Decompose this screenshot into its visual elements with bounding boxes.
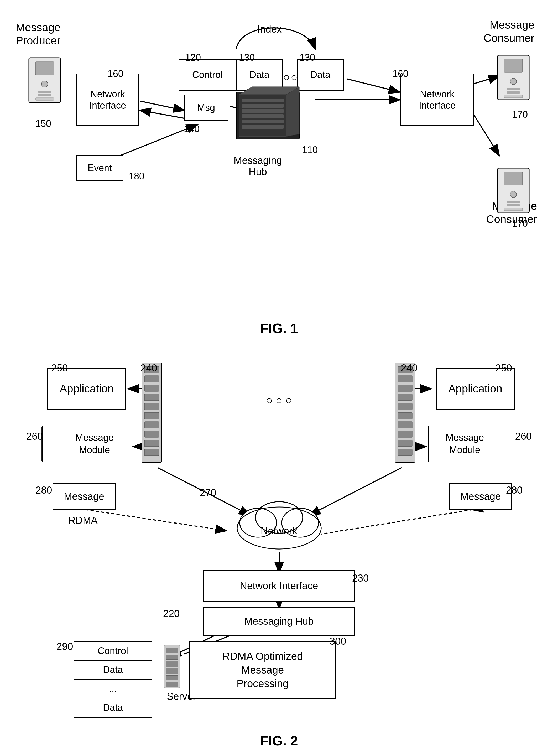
svg-rect-14 bbox=[38, 91, 51, 93]
server-tower-left-240 bbox=[139, 362, 166, 469]
svg-rect-15 bbox=[38, 94, 51, 96]
svg-rect-86 bbox=[166, 648, 178, 653]
msg-module-left-text: Message Module bbox=[75, 432, 114, 456]
svg-rect-22 bbox=[242, 114, 284, 118]
messaging-hub-fig2: Messaging Hub bbox=[203, 607, 355, 636]
msg-module-left: Message Module bbox=[42, 426, 131, 462]
svg-rect-62 bbox=[145, 431, 159, 437]
data-table-control-row: Control bbox=[74, 642, 152, 661]
msg-producer-text: Message Producer bbox=[16, 21, 60, 48]
app-box-left: Application bbox=[47, 368, 126, 410]
server-tower-210 bbox=[163, 645, 184, 692]
svg-rect-16 bbox=[35, 98, 54, 100]
label-140: 140 bbox=[184, 123, 200, 134]
label-250-right: 250 bbox=[496, 362, 512, 374]
rdma-label: RDMA bbox=[68, 515, 98, 526]
index-label: Index bbox=[257, 24, 282, 35]
server-tower-right-240 bbox=[392, 362, 419, 469]
network-label: Network bbox=[261, 525, 297, 537]
svg-line-47 bbox=[85, 510, 226, 531]
network-cloud bbox=[232, 494, 326, 553]
svg-point-35 bbox=[510, 191, 516, 198]
diagram-container: Message Producer 150 Network Interface 1… bbox=[0, 0, 558, 756]
svg-rect-63 bbox=[145, 440, 159, 447]
fig1-title: FIG. 1 bbox=[260, 321, 298, 336]
hub-device bbox=[228, 79, 312, 152]
fig2-area: Application 250 Application 250 bbox=[0, 352, 558, 754]
data-text-2: Data bbox=[310, 69, 330, 80]
svg-rect-20 bbox=[242, 104, 284, 108]
message-left-text: Message bbox=[64, 491, 104, 502]
svg-rect-67 bbox=[398, 376, 412, 382]
svg-rect-23 bbox=[242, 120, 284, 123]
label-260-right: 260 bbox=[515, 431, 532, 442]
svg-line-4 bbox=[347, 79, 399, 92]
ni-box-fig2: Network Interface bbox=[203, 570, 355, 602]
ni-fig2-text: Network Interface bbox=[240, 580, 318, 591]
svg-rect-70 bbox=[398, 403, 412, 410]
svg-rect-91 bbox=[166, 682, 178, 687]
label-170-top: 170 bbox=[512, 109, 528, 120]
svg-rect-21 bbox=[242, 109, 284, 113]
label-120: 120 bbox=[185, 52, 201, 63]
svg-line-6 bbox=[473, 113, 499, 155]
svg-rect-34 bbox=[504, 172, 523, 185]
message-box-right: Message bbox=[449, 483, 512, 510]
label-220: 220 bbox=[163, 608, 180, 620]
data-table-fig2: Control Data ... Data bbox=[74, 641, 152, 717]
ni-left-text: Network Interface bbox=[89, 89, 126, 111]
data-table-dots-row: ... bbox=[74, 680, 152, 699]
label-280-left: 280 bbox=[35, 485, 52, 496]
ni-right-text: Network Interface bbox=[419, 89, 456, 111]
hub-label: Messaging Hub bbox=[234, 155, 282, 178]
ni-box-left: Network Interface bbox=[76, 74, 139, 126]
svg-rect-90 bbox=[166, 675, 178, 680]
svg-rect-60 bbox=[145, 412, 159, 419]
ni-box-right: Network Interface bbox=[401, 74, 474, 126]
label-110: 110 bbox=[302, 145, 318, 155]
svg-point-29 bbox=[510, 78, 516, 84]
label-260-left: 260 bbox=[26, 431, 43, 442]
msg-box: Msg bbox=[184, 95, 228, 121]
dots-towers: ○ ○ ○ bbox=[266, 394, 292, 407]
svg-line-2 bbox=[141, 101, 184, 110]
svg-line-48 bbox=[310, 510, 473, 536]
svg-rect-56 bbox=[145, 376, 159, 382]
fig2-title: FIG. 2 bbox=[260, 733, 298, 749]
label-180: 180 bbox=[129, 171, 145, 182]
label-160-ni-left: 160 bbox=[108, 68, 123, 79]
svg-rect-74 bbox=[398, 440, 412, 447]
svg-rect-89 bbox=[166, 669, 178, 673]
svg-rect-58 bbox=[145, 394, 159, 401]
computer-producer bbox=[21, 53, 74, 111]
svg-rect-31 bbox=[507, 92, 520, 94]
label-170-bottom: 170 bbox=[512, 218, 528, 229]
svg-rect-59 bbox=[145, 403, 159, 410]
svg-rect-36 bbox=[507, 201, 520, 203]
label-270: 270 bbox=[200, 487, 216, 499]
label-130-left: 130 bbox=[239, 52, 255, 63]
svg-rect-30 bbox=[507, 88, 520, 90]
svg-rect-61 bbox=[145, 422, 159, 428]
label-240-left: 240 bbox=[141, 362, 157, 374]
label-130-right: 130 bbox=[299, 52, 315, 63]
data-table-data1-row: Data bbox=[74, 661, 152, 680]
data-table-data2-row: Data bbox=[74, 699, 152, 717]
event-text: Event bbox=[88, 162, 112, 174]
computer-consumer-top bbox=[490, 50, 542, 109]
label-250-left: 250 bbox=[51, 362, 68, 374]
label-150: 150 bbox=[35, 118, 51, 129]
msg-producer-label: Message Producer bbox=[16, 21, 60, 48]
msg-text: Msg bbox=[197, 102, 215, 113]
label-300: 300 bbox=[330, 636, 346, 647]
svg-rect-12 bbox=[35, 62, 54, 75]
svg-point-13 bbox=[42, 81, 48, 87]
fig1-area: Message Producer 150 Network Interface 1… bbox=[0, 8, 558, 344]
svg-rect-38 bbox=[504, 208, 523, 211]
svg-rect-68 bbox=[398, 385, 412, 392]
svg-rect-88 bbox=[166, 662, 178, 666]
event-box: Event bbox=[76, 155, 123, 181]
app-box-right: Application bbox=[436, 368, 515, 410]
control-text: Control bbox=[192, 69, 223, 80]
label-240-right: 240 bbox=[401, 362, 417, 374]
